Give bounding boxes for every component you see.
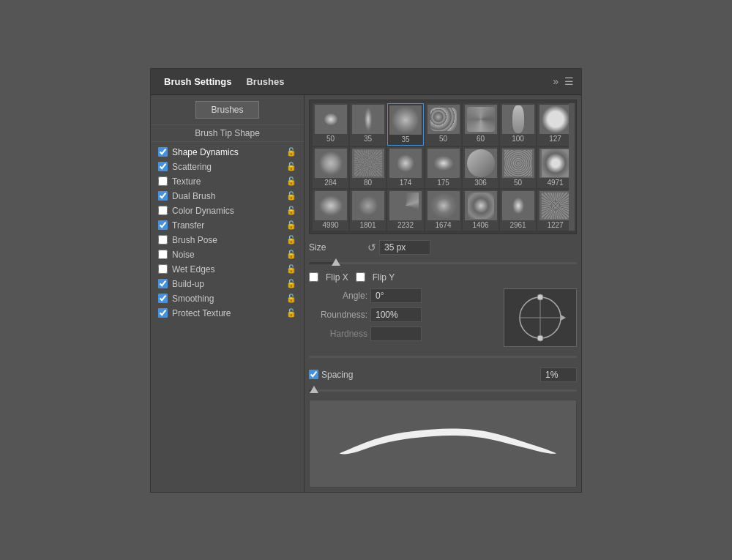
brush-item-19[interactable]: 2961 — [500, 190, 536, 231]
setting-noise[interactable]: Noise 🔓 — [151, 247, 304, 262]
wet-edges-label[interactable]: Wet Edges — [172, 264, 283, 275]
roundness-input[interactable] — [370, 307, 422, 322]
brush-item-4[interactable]: 60 — [463, 103, 498, 146]
grid-scrollbar[interactable] — [569, 103, 575, 231]
brush-item-16[interactable]: 2232 — [387, 190, 424, 231]
size-slider[interactable] — [309, 258, 577, 268]
smoothing-lock[interactable]: 🔓 — [286, 294, 296, 303]
protect-texture-lock[interactable]: 🔓 — [286, 308, 296, 318]
noise-label[interactable]: Noise — [172, 250, 283, 260]
color-dynamics-label[interactable]: Color Dynamics — [172, 206, 283, 216]
setting-texture[interactable]: Texture 🔓 — [151, 174, 304, 189]
angle-label: Angle: — [309, 291, 367, 301]
brush-item-2[interactable]: 35 — [387, 103, 424, 146]
transfer-label[interactable]: Transfer — [172, 220, 283, 231]
wet-edges-checkbox[interactable] — [158, 264, 168, 274]
setting-color-dynamics[interactable]: Color Dynamics 🔓 — [151, 204, 304, 218]
setting-dual-brush[interactable]: Dual Brush 🔓 — [151, 189, 304, 204]
brush-pose-lock[interactable]: 🔓 — [286, 235, 296, 244]
smoothing-label[interactable]: Smoothing — [172, 294, 283, 304]
hardness-input[interactable] — [370, 326, 422, 341]
reset-size-icon[interactable]: ↺ — [367, 242, 376, 253]
setting-brush-pose[interactable]: Brush Pose 🔓 — [151, 233, 304, 247]
size-input[interactable] — [379, 240, 430, 255]
brush-item-17[interactable]: 1674 — [425, 190, 461, 231]
brush-item-6[interactable]: 127 — [537, 103, 573, 146]
brush-item-9[interactable]: 174 — [387, 147, 424, 188]
brushes-button[interactable]: Brushes — [195, 101, 258, 119]
smoothing-checkbox[interactable] — [158, 294, 168, 303]
scattering-checkbox[interactable] — [158, 162, 168, 171]
texture-label[interactable]: Texture — [172, 176, 283, 187]
tab-brush-settings[interactable]: Brush Settings — [158, 73, 237, 90]
texture-lock[interactable]: 🔓 — [286, 176, 296, 186]
brush-tip-shape-label[interactable]: Brush Tip Shape — [151, 124, 304, 142]
shape-dynamics-checkbox[interactable] — [158, 147, 168, 157]
brush-item-8[interactable]: 80 — [350, 147, 386, 188]
brush-item-11[interactable]: 306 — [463, 147, 498, 188]
scattering-lock[interactable]: 🔓 — [286, 162, 296, 171]
color-dynamics-lock[interactable]: 🔓 — [286, 206, 296, 215]
setting-scattering[interactable]: Scattering 🔓 — [151, 160, 304, 174]
texture-checkbox[interactable] — [158, 176, 168, 186]
brush-item-3[interactable]: 50 — [425, 103, 461, 146]
build-up-checkbox[interactable] — [158, 279, 168, 288]
angle-input[interactable] — [370, 288, 422, 303]
dual-brush-lock[interactable]: 🔓 — [286, 191, 296, 201]
brush-item-15[interactable]: 1801 — [350, 190, 386, 231]
setting-build-up[interactable]: Build-up 🔓 — [151, 277, 304, 291]
brush-item-1[interactable]: 35 — [350, 103, 386, 146]
brush-item-0[interactable]: 50 — [313, 103, 348, 146]
flip-y-checkbox[interactable] — [356, 272, 365, 282]
size-label: Size — [309, 242, 367, 253]
noise-checkbox[interactable] — [158, 250, 168, 259]
brush-item-10[interactable]: 175 — [425, 147, 461, 188]
brush-pose-checkbox[interactable] — [158, 235, 168, 244]
hardness-label: Hardness — [309, 329, 367, 339]
spacing-slider[interactable] — [309, 385, 577, 395]
brush-item-20[interactable]: 1227 — [537, 190, 573, 231]
setting-protect-texture[interactable]: Protect Texture 🔓 — [151, 306, 304, 321]
brush-item-18[interactable]: 1406 — [463, 190, 498, 231]
transfer-checkbox[interactable] — [158, 220, 168, 230]
tab-brushes[interactable]: Brushes — [240, 73, 290, 90]
noise-lock[interactable]: 🔓 — [286, 250, 296, 259]
spacing-checkbox[interactable] — [309, 370, 318, 379]
hardness-slider-track — [309, 356, 577, 358]
shape-dynamics-label[interactable]: Shape Dynamics — [172, 147, 283, 157]
main-content: 50 35 35 50 60 100 127 284 80 174 175 30… — [305, 95, 581, 492]
angle-roundness-row: Angle: Roundness: Hardness — [309, 288, 577, 347]
svg-point-4 — [537, 335, 543, 341]
transfer-lock[interactable]: 🔓 — [286, 220, 296, 230]
brush-pose-label[interactable]: Brush Pose — [172, 235, 283, 245]
protect-texture-checkbox[interactable] — [158, 308, 168, 318]
setting-smoothing[interactable]: Smoothing 🔓 — [151, 291, 304, 306]
size-slider-thumb[interactable] — [332, 258, 340, 266]
angle-widget-svg — [507, 292, 573, 343]
spacing-input[interactable] — [540, 367, 577, 382]
build-up-lock[interactable]: 🔓 — [286, 279, 296, 288]
dual-brush-label[interactable]: Dual Brush — [172, 191, 283, 201]
hardness-slider[interactable] — [309, 351, 577, 362]
build-up-label[interactable]: Build-up — [172, 279, 283, 289]
spacing-slider-thumb[interactable] — [310, 386, 318, 393]
protect-texture-label[interactable]: Protect Texture — [172, 308, 283, 318]
wet-edges-lock[interactable]: 🔓 — [286, 264, 296, 274]
scattering-label[interactable]: Scattering — [172, 162, 283, 172]
setting-transfer[interactable]: Transfer 🔓 — [151, 218, 304, 233]
brush-item-5[interactable]: 100 — [500, 103, 536, 146]
brush-item-7[interactable]: 284 — [313, 147, 348, 188]
menu-icon[interactable]: ☰ — [564, 75, 574, 87]
brush-item-12[interactable]: 50 — [500, 147, 536, 188]
brush-item-13[interactable]: 4971 — [537, 147, 573, 188]
setting-shape-dynamics[interactable]: Shape Dynamics 🔓 — [151, 145, 304, 160]
brush-item-14[interactable]: 4990 — [313, 190, 348, 231]
setting-wet-edges[interactable]: Wet Edges 🔓 — [151, 262, 304, 277]
dual-brush-checkbox[interactable] — [158, 191, 168, 201]
more-icon[interactable]: » — [553, 75, 559, 87]
flip-x-checkbox[interactable] — [309, 272, 318, 282]
shape-dynamics-lock[interactable]: 🔓 — [286, 147, 296, 157]
angle-widget[interactable] — [504, 288, 577, 347]
flip-row: Flip X Flip Y — [309, 272, 577, 283]
color-dynamics-checkbox[interactable] — [158, 206, 168, 215]
